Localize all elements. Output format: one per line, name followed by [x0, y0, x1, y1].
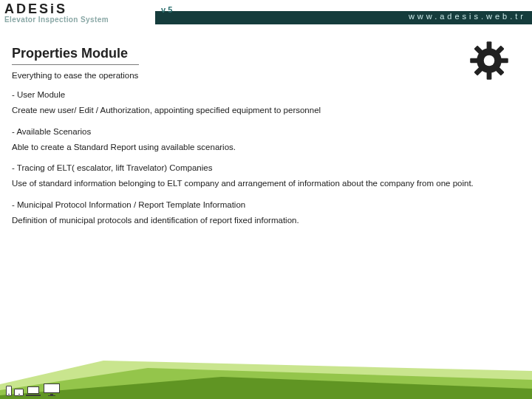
- logo-main: ADESiS: [4, 1, 151, 17]
- slide: ADESiS Elevator Inspection System v 5 ww…: [0, 0, 532, 399]
- version-label: v 5: [161, 5, 172, 14]
- content: Properties Module Everything to ease the…: [12, 46, 517, 236]
- laptop-icon: [26, 386, 41, 396]
- tablet-icon: [14, 389, 24, 396]
- section-head: - Tracing of ELT( escalator, lift Travel…: [12, 163, 517, 172]
- phone-icon: [6, 386, 12, 396]
- section: - Available ScenariosAble to create a St…: [12, 127, 517, 154]
- section-body: Use of standard information belonging to…: [12, 178, 517, 190]
- page-title: Properties Module: [12, 46, 139, 61]
- accent-shape: [0, 355, 532, 399]
- logo-sub: Elevator Inspection System: [4, 16, 151, 24]
- svg-marker-10: [0, 361, 532, 399]
- svg-marker-11: [0, 368, 532, 399]
- logo: ADESiS Elevator Inspection System: [0, 0, 155, 28]
- header: ADESiS Elevator Inspection System v 5 ww…: [0, 0, 532, 28]
- section-head: - Municipal Protocol Information / Repor…: [12, 200, 517, 209]
- section: - Municipal Protocol Information / Repor…: [12, 200, 517, 227]
- section-head: - Available Scenarios: [12, 127, 517, 136]
- section-body: Definition of municipal protocols and id…: [12, 215, 517, 227]
- svg-marker-12: [0, 377, 532, 399]
- monitor-icon: [43, 383, 61, 396]
- devices-icon-group: [6, 383, 61, 396]
- section-head: - User Module: [12, 90, 517, 99]
- title-wrap: Properties Module: [12, 46, 139, 65]
- site-url: www.adesis.web.tr: [409, 12, 526, 21]
- section: - User ModuleCreate new user/ Edit / Aut…: [12, 90, 517, 117]
- page-subtitle: Everything to ease the operations: [12, 71, 517, 80]
- section: - Tracing of ELT( escalator, lift Travel…: [12, 163, 517, 190]
- section-body: Able to create a Standard Report using a…: [12, 142, 517, 154]
- section-body: Create new user/ Edit / Authorization, a…: [12, 105, 517, 117]
